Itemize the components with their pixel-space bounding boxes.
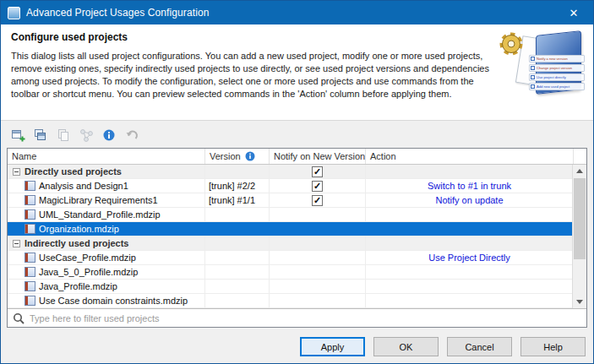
toolbar xyxy=(1,121,593,148)
notify-checkbox[interactable] xyxy=(312,166,323,177)
reset-icon[interactable] xyxy=(123,127,140,144)
project-name: Analysis and Design1 xyxy=(39,181,128,191)
legend-item: Notify a new version xyxy=(529,55,585,62)
group-label: Directly used projects xyxy=(25,166,122,177)
apply-button[interactable]: Apply xyxy=(300,337,365,356)
legend-item: Use project directly xyxy=(529,73,585,81)
legend-item: Add new used project xyxy=(529,83,585,90)
search-icon xyxy=(13,312,25,324)
project-name: UseCase_Profile.mdzip xyxy=(39,253,136,263)
scrollbar-thumb[interactable] xyxy=(574,178,586,259)
action-link[interactable]: Use Project Directly xyxy=(428,253,510,263)
dialog-icon xyxy=(8,7,20,19)
project-name: Use Case domain constraints.mdzip xyxy=(39,296,188,306)
table-row-group-directly[interactable]: Directly used projects xyxy=(8,165,572,179)
version-info-icon[interactable] xyxy=(245,151,255,161)
project-icon xyxy=(25,181,35,191)
project-icon xyxy=(25,195,35,205)
project-icon xyxy=(25,209,35,220)
project-icon xyxy=(25,224,35,234)
project-name: Java_5_0_Profile.mdzip xyxy=(39,267,138,277)
collapse-icon[interactable] xyxy=(13,240,20,247)
illustration-legend: Notify a new version Change project vers… xyxy=(529,55,585,90)
project-icon xyxy=(25,296,35,306)
copy-icon[interactable] xyxy=(55,127,72,144)
ok-button[interactable]: OK xyxy=(373,337,439,356)
action-link[interactable]: Switch to #1 in trunk xyxy=(428,181,511,191)
filter-bar xyxy=(8,308,586,327)
dialog-description: This dialog lists all used project confi… xyxy=(11,50,497,101)
project-name: Java_Profile.mdzip xyxy=(39,281,117,291)
mini-checkbox-icon xyxy=(531,75,535,79)
window-title: Advanced Project Usages Configuration xyxy=(26,7,210,19)
info-icon[interactable] xyxy=(101,127,117,144)
table-row[interactable]: Java_5_0_Profile.mdzip xyxy=(8,265,572,280)
action-link[interactable]: Notify on update xyxy=(435,195,503,205)
advanced-project-usages-dialog: Advanced Project Usages Configuration ✕ … xyxy=(0,0,594,364)
legend-item: Change project version xyxy=(529,64,585,72)
button-bar: Apply OK Cancel Help xyxy=(300,337,586,356)
project-icon xyxy=(25,267,35,277)
title-bar: Advanced Project Usages Configuration ✕ xyxy=(1,1,593,24)
table-row[interactable]: Use Case domain constraints.mdzip xyxy=(8,294,572,308)
project-name: Organization.mdzip xyxy=(39,224,119,234)
gear-icon xyxy=(495,28,529,62)
project-usages-icon[interactable] xyxy=(78,127,95,144)
group-label: Indirectly used projects xyxy=(25,238,128,248)
help-button[interactable]: Help xyxy=(520,337,586,356)
column-header-action[interactable]: Action xyxy=(366,149,574,164)
cancel-button[interactable]: Cancel xyxy=(447,337,512,356)
table-row[interactable]: Java_Profile.mdzip xyxy=(8,280,572,294)
project-icon xyxy=(25,253,35,263)
collapse-icon[interactable] xyxy=(13,168,20,176)
filter-input[interactable] xyxy=(30,313,581,323)
add-used-project-icon[interactable] xyxy=(9,127,26,144)
scrollbar-header-gap xyxy=(574,149,588,164)
mini-checkbox-icon xyxy=(531,66,535,70)
table-row[interactable]: UML_Standard_Profile.mdzip xyxy=(8,208,572,222)
table-row[interactable]: Analysis and Design1 [trunk] #2/2 Switch… xyxy=(8,179,572,193)
table-row-group-indirectly[interactable]: Indirectly used projects xyxy=(8,236,572,251)
notify-checkbox[interactable] xyxy=(312,181,323,192)
version-cell: [trunk] #2/2 xyxy=(205,179,270,193)
mini-checkbox-icon xyxy=(531,57,535,61)
close-icon[interactable]: ✕ xyxy=(554,1,593,24)
table-row[interactable]: UseCase_Profile.mdzip Use Project Direct… xyxy=(8,251,572,265)
table-header: Name Version Notify on New Version Actio… xyxy=(8,149,586,165)
column-header-name[interactable]: Name xyxy=(8,149,205,164)
vertical-scrollbar[interactable] xyxy=(572,165,586,308)
use-project-icon[interactable] xyxy=(32,127,49,144)
project-name: MagicLibrary Requirements1 xyxy=(39,195,158,205)
project-name: UML_Standard_Profile.mdzip xyxy=(39,209,161,220)
table-row-selected[interactable]: Organization.mdzip xyxy=(8,222,572,236)
table-row[interactable]: MagicLibrary Requirements1 [trunk] #1/1 … xyxy=(8,193,572,208)
column-header-version[interactable]: Version xyxy=(205,149,270,164)
header-illustration: Notify a new version Change project vers… xyxy=(497,30,585,114)
version-cell: [trunk] #1/1 xyxy=(205,193,270,207)
table-body: Directly used projects Analysis and Desi… xyxy=(8,165,586,308)
notify-checkbox[interactable] xyxy=(312,195,323,206)
column-header-notify[interactable]: Notify on New Version xyxy=(270,149,366,164)
used-projects-table: Name Version Notify on New Version Actio… xyxy=(7,148,587,328)
project-icon xyxy=(25,281,35,291)
mini-checkbox-icon xyxy=(531,84,535,89)
dialog-header: Configure used projects This dialog list… xyxy=(1,24,593,121)
scroll-down-icon[interactable] xyxy=(573,296,586,308)
scroll-up-icon[interactable] xyxy=(573,165,586,177)
